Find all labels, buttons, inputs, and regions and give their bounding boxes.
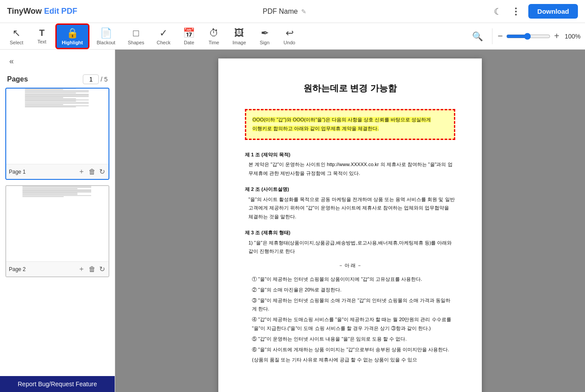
download-button[interactable]: Download: [528, 4, 578, 19]
tool-sign[interactable]: ✒ Sign: [253, 25, 276, 48]
blackout-label: Blackout: [97, 40, 115, 45]
image-icon: 🖼: [234, 27, 244, 39]
page-1-delete-button[interactable]: 🗑: [88, 166, 97, 177]
list-item-3: ③ "을"이 제공하는 인터넷 쇼핑몰의 소매 가격은 "갑"의 인터넷 쇼핑몰…: [252, 296, 455, 314]
page-1-add-button[interactable]: ＋: [77, 166, 86, 177]
highlight-label: Highlight: [62, 40, 83, 45]
select-label: Select: [10, 40, 23, 45]
page-thumbnail-1[interactable]: 원하는데로 변경 가능함 OOO(이하 "갑")와 OOO(이하"을")은 다음…: [5, 88, 109, 180]
blackout-icon: 📄: [100, 27, 112, 39]
sidebar: « Pages / 5 원하는데로 변경 가능함 OOO(이하 "갑")와 OO…: [0, 50, 115, 392]
report-bug-bar[interactable]: Report Bug/Request Feature: [0, 376, 115, 392]
date-icon: 📅: [183, 27, 195, 39]
page-1-footer: Page 1 ＋ 🗑 ↻: [6, 164, 108, 179]
search-button[interactable]: 🔍: [472, 31, 483, 42]
highlight-text-2: 이행키로 합의하고 아래와 같이 업무제휴 계약을 체결한다.: [252, 126, 379, 131]
logo-wow: Wow: [23, 7, 42, 16]
zoom-in-button[interactable]: +: [554, 31, 559, 41]
page-2-preview: [6, 186, 108, 261]
text-label: Text: [37, 39, 46, 44]
section-3-title: 제 3 조 (제휴의 형태): [245, 229, 455, 237]
text-icon: T: [39, 28, 44, 38]
section-1-title: 제 1 조 (제약의 목적): [245, 151, 455, 159]
page-thumbnail-2[interactable]: Page 2 ＋ 🗑 ↻: [5, 185, 109, 277]
page-2-refresh-button[interactable]: ↻: [98, 264, 106, 275]
section-1-body: 본 계약은 "갑"이 운영하는 사이트인 http://www.XXXXX.co…: [248, 160, 455, 178]
header-right: ☾ Download: [492, 4, 578, 19]
sidebar-toggle-button[interactable]: «: [4, 53, 19, 69]
zoom-percent: 100%: [563, 33, 581, 40]
list-item-7: (상품의 품질 또는 기타 사유로 제휴사에 공급 할 수 없는 상품이 있을 …: [252, 356, 455, 365]
main-layout: « Pages / 5 원하는데로 변경 가능함 OOO(이하 "갑")와 OO…: [0, 50, 585, 392]
header: TinyWow Edit PDF PDF Name ✎ ☾ Download: [0, 0, 585, 23]
check-label: Check: [157, 40, 170, 45]
select-icon: ↖: [12, 27, 20, 39]
tool-blackout[interactable]: 📄 Blackout: [91, 25, 120, 48]
page-1-actions: ＋ 🗑 ↻: [77, 166, 106, 177]
pages-label: Pages: [7, 75, 28, 83]
pdf-page: 원하는데로 변경 가능함 OOO(이하 "갑")와 OOO(이하"을")은 다음…: [218, 58, 482, 392]
tool-select[interactable]: ↖ Select: [4, 25, 29, 48]
list-item-5: ⑤ "갑"이 운영하는 인터넷 사이트 내용을 "을"은 임의로 도용 할 수 …: [252, 335, 455, 344]
page-2-actions: ＋ 🗑 ↻: [77, 264, 106, 275]
page-number-input[interactable]: [83, 74, 99, 84]
toolbar-divider: [492, 28, 492, 44]
tool-image[interactable]: 🖼 Image: [227, 25, 252, 48]
zoom-out-button[interactable]: −: [498, 31, 503, 41]
tool-time[interactable]: ⏱ Time: [202, 25, 225, 48]
page-2-delete-button[interactable]: 🗑: [88, 264, 97, 275]
image-label: Image: [232, 40, 246, 45]
logo-tiny: Tiny: [7, 7, 23, 16]
more-dot-2: [515, 11, 517, 12]
list-item-1: ① "을"이 제공하는 인터넷 쇼핑몰의 상품이미지에 "갑"의 고유상표를 사…: [252, 275, 455, 284]
sign-label: Sign: [260, 40, 270, 45]
toolbar-right: 🔍 − + 100%: [472, 28, 581, 44]
pdf-name-area: PDF Name ✎: [263, 8, 306, 16]
edit-pencil-icon[interactable]: ✎: [301, 8, 306, 15]
tool-text[interactable]: T Text: [31, 25, 54, 47]
section-2-title: 제 2 조 (사이트설명): [245, 185, 455, 194]
date-label: Date: [184, 40, 194, 45]
pages-header: Pages / 5: [0, 73, 115, 88]
page-1-refresh-button[interactable]: ↻: [98, 166, 106, 177]
shapes-label: Shapes: [128, 40, 144, 45]
list-item-4: ④ "갑"이 제공하는 도매쇼핑 서비스를 "을"이 제공하고자 할 때는 월 …: [252, 315, 455, 333]
check-icon: ✓: [159, 27, 167, 39]
list-item-6: ⑥ "을"의 사이트에 게재하는 상품 이미지는 "갑"으로부터 송부된 상품 …: [252, 345, 455, 354]
highlight-line-1: OOO(이하 "갑")와 OOO(이하"을")은 다음의 사항을 상호 신뢰를 …: [252, 116, 448, 124]
undo-icon: ↩: [286, 27, 294, 39]
page-1-name: Page 1: [9, 169, 26, 175]
pages-list: 원하는데로 변경 가능함 OOO(이하 "갑")와 OOO(이하"을")은 다음…: [0, 88, 115, 376]
page-input-area: / 5: [83, 74, 108, 84]
undo-label: Undo: [283, 40, 295, 45]
section-3-body1: 1) "을"은 제휴형태(상품이미지,상품공급,배송방법,로고사용,배너제휴,마…: [248, 239, 455, 256]
section-3-list: ① "을"이 제공하는 인터넷 쇼핑몰의 상품이미지에 "갑"의 고유상표를 사…: [245, 275, 455, 365]
dark-mode-button[interactable]: ☾: [492, 4, 504, 19]
toolbar: ↖ Select T Text 🔒 Highlight 📄 Blackout □…: [0, 23, 585, 50]
page-2-footer: Page 2 ＋ 🗑 ↻: [6, 261, 108, 276]
highlight-line-2: 이행키로 합의하고 아래와 같이 업무제휴 계약을 체결한다.: [252, 124, 448, 133]
zoom-slider[interactable]: [506, 33, 550, 40]
highlight-text-1: OOO(이하 "갑")와 OOO(이하"을")은 다음의 사항을 상호 신뢰를 …: [252, 117, 431, 122]
more-options-button[interactable]: [509, 4, 523, 19]
logo: TinyWow Edit PDF: [7, 7, 77, 16]
highlight-box: OOO(이하 "갑")와 OOO(이하"을")은 다음의 사항을 상호 신뢰를 …: [245, 109, 455, 140]
sign-icon: ✒: [261, 27, 269, 39]
tool-shapes[interactable]: □ Shapes: [122, 25, 149, 48]
logo-edit-pdf: Edit PDF: [44, 7, 77, 16]
tool-date[interactable]: 📅 Date: [178, 25, 201, 48]
section-3-center: － 아 래 －: [245, 261, 455, 270]
highlight-icon: 🔒: [66, 27, 78, 39]
shapes-icon: □: [133, 27, 139, 39]
page-separator: /: [101, 76, 102, 83]
total-pages: 5: [104, 76, 108, 83]
tool-check[interactable]: ✓ Check: [151, 25, 176, 48]
more-dot-1: [515, 8, 517, 9]
pdf-name: PDF Name: [263, 8, 298, 16]
tool-undo[interactable]: ↩ Undo: [278, 25, 301, 48]
page-2-add-button[interactable]: ＋: [77, 264, 86, 275]
page-2-name: Page 2: [9, 266, 26, 272]
tool-highlight[interactable]: 🔒 Highlight: [55, 23, 90, 49]
content-area: 원하는데로 변경 가능함 OOO(이하 "갑")와 OOO(이하"을")은 다음…: [115, 50, 585, 392]
time-label: Time: [209, 40, 219, 45]
